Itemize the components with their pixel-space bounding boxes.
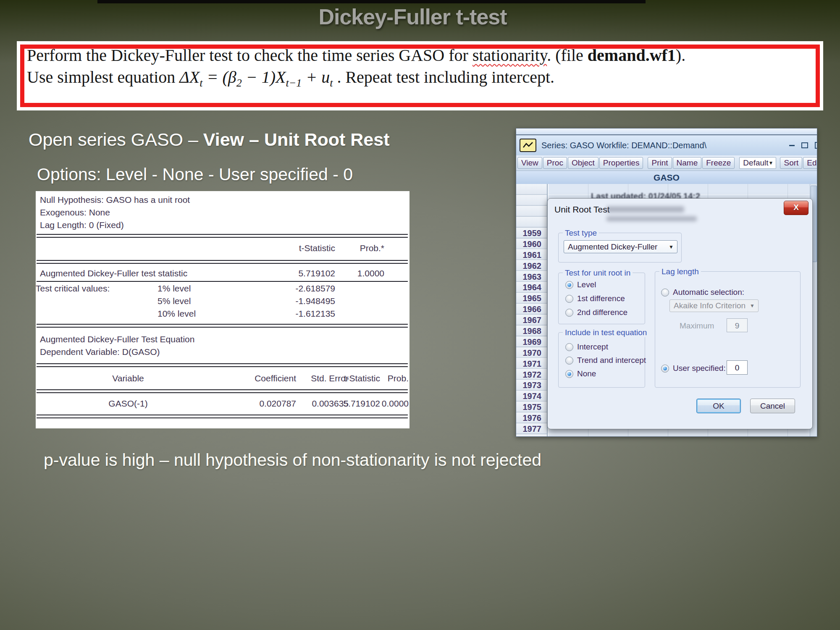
clipped-close-icon — [815, 142, 817, 149]
conclusion-text: p-value is high – null hypothesis of non… — [44, 450, 541, 470]
test-type-group: Test type Augmented Dickey-Fuller▼ — [558, 233, 682, 262]
row-header-year[interactable]: 1973 — [516, 380, 547, 391]
user-specified-field[interactable]: 0 — [727, 360, 748, 375]
critical-value-row: Test critical values:1% level-2.618579 — [36, 284, 410, 296]
user-specified-option[interactable]: User specified: — [661, 364, 726, 373]
row-header-year[interactable]: 1962 — [516, 260, 547, 271]
radio-icon[interactable] — [661, 289, 669, 297]
toolbar-default-dropdown[interactable]: Default▼ — [739, 157, 776, 169]
chevron-down-icon: ▼ — [669, 244, 674, 249]
adf-output-panel: Null Hypothesis: GASO has a unit rootExo… — [36, 191, 410, 428]
row-header-year[interactable]: 1961 — [516, 249, 547, 260]
radio-icon[interactable] — [565, 343, 573, 351]
toolbar-group-view: ViewProcObjectProperties — [517, 157, 644, 169]
row-header-year[interactable]: 1974 — [516, 391, 547, 402]
glass-blur-smudge — [606, 216, 697, 221]
divider — [37, 324, 408, 328]
window-titlebar[interactable]: Series: GASO Workfile: DEMAND::Demand\ — [516, 135, 817, 155]
row-header-year[interactable]: 1959 — [516, 228, 547, 239]
row-header-year[interactable]: 1971 — [516, 358, 547, 369]
lag-length-group: Lag length Automatic selection: Akaike I… — [655, 271, 801, 388]
dialog-title: Unit Root Test — [554, 205, 610, 215]
coef-cell-prob: 0.0000 — [325, 399, 409, 409]
maximum-field: 9 — [727, 318, 748, 332]
row-header-year[interactable]: 1970 — [516, 347, 547, 358]
toolbar-button[interactable]: Print — [648, 157, 672, 169]
close-icon[interactable]: X — [784, 201, 808, 215]
lag-length-label: Lag length — [659, 267, 701, 276]
toolbar-button[interactable]: View — [517, 157, 542, 169]
row-header-year[interactable]: 1967 — [516, 315, 547, 326]
coef-header-variable: Variable — [78, 373, 178, 383]
chevron-down-icon: ▼ — [769, 160, 774, 165]
row-header-year[interactable]: 1965 — [516, 293, 547, 304]
divider — [37, 281, 408, 282]
eviews-toolbar: ViewProcObjectProperties PrintNameFreeze… — [516, 155, 817, 171]
critical-value-row: 10% level-1.612135 — [36, 309, 410, 321]
unit-root-test-dialog: Unit Root Test X Test type Augmented Dic… — [547, 198, 813, 429]
radio-icon[interactable] — [565, 370, 573, 378]
row-header-year[interactable]: 1977 — [516, 423, 547, 434]
toolbar-button[interactable]: Edit+/- — [803, 157, 817, 169]
ok-button[interactable]: OK — [696, 399, 741, 413]
unit-root-in-options: Level1st difference2nd difference — [565, 280, 627, 317]
options-instruction: Options: Level - None - User specified -… — [37, 165, 353, 184]
adf-stat-label: Augmented Dickey-Fuller test statistic — [40, 268, 187, 278]
row-header-year[interactable]: 1960 — [516, 239, 547, 249]
toolbar-group-sort: SortEdit+/-Smp — [780, 157, 817, 169]
row-header-year[interactable]: 1972 — [516, 369, 547, 380]
task-line-2: Use simplest equation ΔXt = (β2 − 1)Xt−1… — [27, 66, 817, 94]
minimize-icon[interactable] — [789, 145, 795, 146]
radio-option[interactable]: Level — [565, 280, 627, 289]
toolbar-group-print: PrintNameFreeze — [648, 157, 735, 169]
equation-info-lines: Augmented Dickey-Fuller Test EquationDep… — [40, 333, 194, 358]
toolbar-button[interactable]: Freeze — [702, 157, 735, 169]
include-group: Include in test equation InterceptTrend … — [558, 332, 645, 388]
window-title: Series: GASO Workfile: DEMAND::Demand\ — [541, 141, 706, 150]
window-top-sliver — [516, 129, 817, 135]
maximum-label: Maximum — [680, 321, 714, 331]
radio-dot-icon — [663, 367, 667, 370]
radio-icon[interactable] — [565, 295, 573, 303]
automatic-selection-option[interactable]: Automatic selection: — [661, 288, 744, 297]
divider — [37, 389, 408, 393]
toolbar-button[interactable]: Name — [673, 157, 702, 169]
series-line-chart-icon — [520, 139, 536, 152]
page-title: Dickey-Fuller t-test — [0, 4, 825, 29]
adf-stat-prob: 1.0000 — [300, 268, 384, 278]
row-header-year[interactable]: 1976 — [516, 412, 547, 423]
toolbar-button[interactable]: Properties — [599, 157, 643, 169]
col-header-prob: Prob.* — [300, 243, 384, 253]
radio-icon[interactable] — [565, 281, 573, 289]
row-header-year[interactable]: 1969 — [516, 336, 547, 347]
task-line-1: Perform the Dickey-Fuller test to check … — [27, 45, 817, 66]
row-header-year[interactable]: 1966 — [516, 304, 547, 315]
task-text: Perform the Dickey-Fuller test to check … — [27, 45, 817, 94]
radio-icon[interactable] — [565, 309, 573, 317]
radio-option[interactable]: None — [565, 369, 646, 378]
radio-option[interactable]: 2nd difference — [565, 308, 627, 317]
row-header-year[interactable]: 1968 — [516, 326, 547, 336]
toolbar-button[interactable]: Proc — [543, 157, 567, 169]
coef-header-prob: Prob. — [325, 373, 409, 383]
output-info-line: Exogenous: None — [40, 206, 190, 219]
slide: Dickey-Fuller t-test Perform the Dickey-… — [0, 0, 840, 630]
row-header-year[interactable]: 1963 — [516, 271, 547, 282]
include-label: Include in test equation — [563, 328, 649, 337]
row-header-year[interactable]: 1964 — [516, 282, 547, 293]
radio-option[interactable]: Trend and intercept — [565, 356, 646, 365]
radio-option[interactable]: 1st difference — [565, 294, 627, 303]
radio-icon[interactable] — [661, 365, 669, 373]
restore-icon[interactable] — [801, 142, 808, 148]
test-type-dropdown[interactable]: Augmented Dickey-Fuller▼ — [564, 240, 677, 253]
divider — [37, 363, 408, 367]
file-name: demand.wf1 — [588, 46, 676, 65]
radio-option[interactable]: Intercept — [565, 342, 646, 352]
row-header-year[interactable]: 1975 — [516, 402, 547, 412]
radio-icon[interactable] — [565, 357, 573, 365]
output-info-line: Lag Length: 0 (Fixed) — [40, 219, 190, 231]
toolbar-button[interactable]: Sort — [780, 157, 802, 169]
divider — [37, 234, 408, 238]
cancel-button[interactable]: Cancel — [750, 399, 795, 413]
toolbar-button[interactable]: Object — [568, 157, 598, 169]
